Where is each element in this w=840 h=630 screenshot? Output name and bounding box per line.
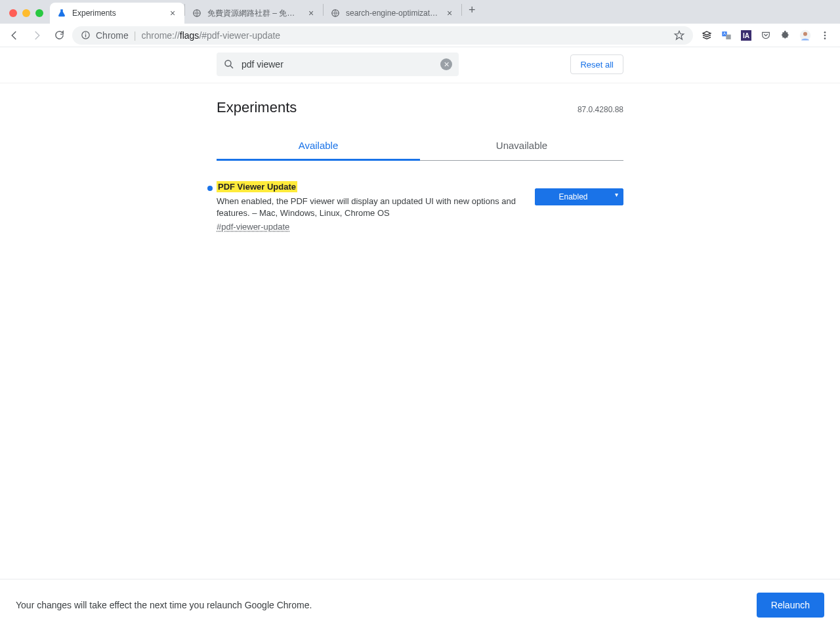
url-text: chrome://flags/#pdf-viewer-update: [141, 30, 280, 41]
flags-search-input[interactable]: [242, 59, 434, 70]
forward-button[interactable]: [28, 26, 46, 45]
tab-title: 免費資源網路社群 – 免費資源指南: [207, 8, 301, 19]
flags-search-area: ✕ Reset all: [0, 47, 840, 83]
kebab-menu-icon[interactable]: [819, 30, 831, 41]
svg-point-11: [803, 32, 807, 35]
maximize-window-icon[interactable]: [35, 9, 43, 17]
page-title: Experiments: [217, 99, 297, 116]
browser-tab-bar: Experiments × 免費資源網路社群 – 免費資源指南 × search…: [0, 0, 840, 24]
flag-description: When enabled, the PDF viewer will displa…: [217, 196, 522, 219]
svg-point-12: [824, 32, 826, 33]
reset-all-button[interactable]: Reset all: [570, 54, 623, 74]
reload-button[interactable]: [50, 26, 68, 45]
svg-point-14: [824, 37, 826, 39]
clear-search-icon[interactable]: ✕: [440, 58, 452, 70]
relaunch-button[interactable]: Relaunch: [757, 593, 824, 618]
svg-text:A: A: [723, 32, 726, 35]
tab-title: Experiments: [72, 9, 162, 18]
url-origin: Chrome: [96, 30, 129, 41]
buffer-icon[interactable]: [701, 30, 713, 41]
extensions-puzzle-icon[interactable]: [780, 30, 791, 41]
translate-icon[interactable]: A: [721, 30, 732, 41]
relaunch-message: Your changes will take effect the next t…: [16, 600, 312, 610]
modified-indicator-icon: [207, 186, 213, 191]
svg-rect-4: [85, 33, 85, 33]
chrome-version: 87.0.4280.88: [578, 105, 623, 114]
tab-experiments[interactable]: Experiments ×: [50, 3, 184, 24]
bookmark-star-icon[interactable]: [673, 30, 685, 41]
search-icon: [223, 58, 235, 70]
extension-icons: A IA: [697, 30, 835, 41]
flag-state-select[interactable]: Enabled: [535, 188, 623, 205]
close-tab-icon[interactable]: ×: [167, 8, 178, 18]
tab-seo[interactable]: search-engine-optimization-st ×: [324, 3, 461, 24]
new-tab-button[interactable]: +: [462, 3, 482, 21]
flask-icon: [56, 8, 67, 18]
tab-free-resources[interactable]: 免費資源網路社群 – 免費資源指南 ×: [185, 3, 323, 24]
flags-tabs: Available Unavailable: [217, 132, 623, 161]
address-bar[interactable]: Chrome | chrome://flags/#pdf-viewer-upda…: [72, 26, 693, 45]
back-button[interactable]: [5, 26, 24, 45]
flag-title: PDF Viewer Update: [217, 181, 297, 192]
svg-point-13: [824, 34, 826, 36]
minimize-window-icon[interactable]: [22, 9, 30, 17]
svg-text:IA: IA: [743, 32, 749, 39]
url-separator: |: [134, 30, 136, 41]
url-scheme: chrome://: [141, 30, 179, 41]
close-tab-icon[interactable]: ×: [306, 8, 316, 18]
pocket-icon[interactable]: [760, 30, 772, 41]
svg-point-15: [225, 60, 231, 66]
svg-rect-3: [85, 34, 85, 37]
flag-row: PDF Viewer Update When enabled, the PDF …: [217, 182, 623, 232]
relaunch-bar: Your changes will take effect the next t…: [0, 579, 840, 630]
flag-anchor-link[interactable]: #pdf-viewer-update: [217, 222, 289, 232]
svg-rect-6: [726, 34, 730, 39]
browser-toolbar: Chrome | chrome://flags/#pdf-viewer-upda…: [0, 24, 840, 47]
window-controls: [5, 9, 50, 24]
close-tab-icon[interactable]: ×: [444, 8, 455, 18]
ia-icon[interactable]: IA: [740, 30, 752, 41]
flags-content: Experiments 87.0.4280.88 Available Unava…: [217, 83, 623, 232]
tab-unavailable[interactable]: Unavailable: [420, 132, 623, 160]
flags-search-box[interactable]: ✕: [217, 52, 459, 76]
url-path: /#pdf-viewer-update: [199, 30, 280, 41]
tab-title: search-engine-optimization-st: [346, 9, 439, 18]
globe-icon: [192, 8, 202, 18]
tab-available[interactable]: Available: [217, 132, 420, 161]
site-info-icon[interactable]: [80, 30, 91, 41]
close-window-icon[interactable]: [9, 9, 17, 17]
url-host: flags: [180, 30, 200, 41]
profile-avatar-icon[interactable]: [799, 30, 811, 41]
globe-icon: [330, 8, 341, 18]
